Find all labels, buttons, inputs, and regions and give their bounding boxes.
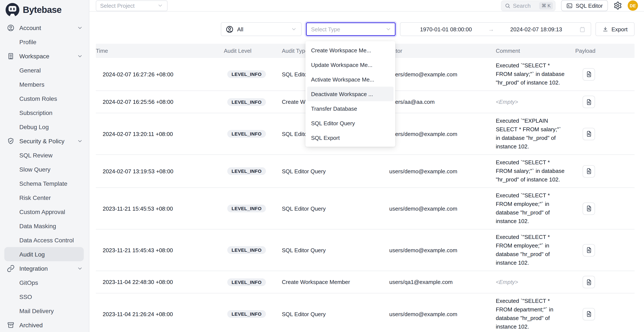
payload-button[interactable]: [582, 244, 595, 256]
arrow-right-icon: →: [486, 26, 496, 33]
sidebar-item[interactable]: Risk Center: [4, 190, 84, 205]
payload-button[interactable]: [582, 276, 595, 288]
type-dropdown-item[interactable]: Activate Workspace Me...: [307, 72, 394, 87]
chevron-down-icon: [77, 25, 83, 31]
payload-button[interactable]: [582, 165, 595, 177]
date-range-picker[interactable]: 1970-01-01 08:00:00 → 2024-02-07 18:09:1…: [400, 22, 591, 36]
cell-time: 2024-02-07 13:20:11 +08:00: [96, 131, 224, 137]
sidebar-item[interactable]: GitOps: [4, 275, 84, 290]
file-search-icon: [585, 71, 592, 78]
payload-button[interactable]: [582, 202, 595, 215]
file-search-icon: [585, 247, 592, 254]
payload-button[interactable]: [582, 96, 595, 108]
sidebar-item[interactable]: Schema Template: [4, 176, 84, 190]
project-select[interactable]: Select Project: [96, 0, 168, 11]
column-header: Time: [96, 48, 224, 54]
actor-filter-value: All: [237, 26, 244, 32]
cell-comment: Executed `"SELECT * FROM salary;"` in da…: [496, 58, 566, 91]
sidebar-item[interactable]: Subscription: [4, 106, 84, 120]
sidebar-item[interactable]: SSO: [4, 290, 84, 304]
sidebar-item-label: Integration: [19, 265, 48, 272]
search-input[interactable]: Search ⌘ K: [501, 0, 556, 11]
cell-time: 2023-11-21 15:45:53 +08:00: [96, 205, 224, 212]
sidebar-item[interactable]: Security & Policy: [4, 134, 84, 148]
gear-icon[interactable]: [614, 1, 622, 10]
table-row: 2023-11-04 21:26:24 +08:00 LEVEL_INFO SQ…: [96, 293, 634, 332]
chevron-down-icon: [77, 53, 83, 59]
payload-button[interactable]: [582, 68, 595, 80]
column-header: Comment: [496, 48, 575, 54]
sidebar-item-label: SQL Review: [19, 152, 53, 159]
sidebar-item[interactable]: Slow Query: [4, 162, 84, 176]
sidebar-item[interactable]: Workspace: [4, 49, 84, 63]
cell-actor: users/aa@aa.com: [389, 99, 496, 105]
sidebar-item-label: Profile: [19, 38, 36, 45]
audit-level-badge: LEVEL_INFO: [227, 98, 266, 106]
audit-level-badge: LEVEL_INFO: [227, 167, 266, 175]
sidebar-item[interactable]: SQL Review: [4, 148, 84, 162]
type-filter-select[interactable]: Select Type: [306, 22, 396, 36]
building-icon: [7, 52, 14, 60]
cell-audit-type: Create Workspace Member: [282, 279, 389, 285]
sidebar-item[interactable]: Integration: [4, 261, 84, 275]
sidebar-item[interactable]: Mail Delivery: [4, 304, 84, 318]
sidebar-item-label: Workspace: [19, 52, 50, 59]
type-dropdown-item[interactable]: Transfer Database: [307, 101, 394, 116]
date-range-end: 2024-02-07 18:09:13: [496, 26, 576, 32]
export-button[interactable]: Export: [596, 22, 634, 36]
audit-level-badge: LEVEL_INFO: [227, 310, 266, 318]
sidebar-item-label: Schema Template: [19, 180, 68, 187]
search-icon: [505, 3, 510, 8]
export-button-label: Export: [611, 26, 628, 32]
cell-comment: Executed `"SELECT * FROM salary;"` in da…: [496, 155, 566, 187]
chevron-down-icon: [77, 265, 83, 271]
sidebar-item[interactable]: Debug Log: [4, 120, 84, 134]
sidebar-item-label: SSO: [19, 293, 32, 300]
chevron-down-icon: [77, 138, 83, 144]
payload-button[interactable]: [582, 128, 595, 140]
sidebar-item[interactable]: Data Masking: [4, 219, 84, 233]
type-dropdown-item[interactable]: Create Workspace Me...: [307, 43, 394, 57]
sidebar-item-label: Custom Roles: [19, 95, 57, 102]
cell-audit-type: SQL Editor Query: [282, 311, 389, 317]
sidebar-item[interactable]: Account: [4, 20, 84, 35]
sidebar-item-label: Security & Policy: [19, 138, 64, 144]
bytebase-logo[interactable]: Bytebase: [0, 0, 89, 20]
type-dropdown-item[interactable]: Update Workspace Me...: [307, 57, 394, 72]
sidebar-item[interactable]: Archived: [4, 318, 84, 332]
sidebar-item[interactable]: Profile: [4, 35, 84, 49]
cell-time: 2024-02-07 16:25:56 +08:00: [96, 99, 224, 105]
avatar[interactable]: DE: [628, 0, 638, 11]
payload-button[interactable]: [582, 308, 595, 320]
sidebar-item[interactable]: Custom Approval: [4, 205, 84, 219]
column-header: Payload: [575, 48, 634, 54]
file-search-icon: [585, 130, 592, 137]
sidebar-item[interactable]: Audit Log: [4, 247, 84, 261]
sql-editor-button-label: SQL Editor: [576, 2, 603, 9]
sidebar-item-label: GitOps: [19, 279, 38, 286]
avatar-initials: DE: [630, 3, 636, 8]
type-dropdown-item[interactable]: SQL Editor Query: [307, 116, 394, 130]
search-placeholder: Search: [513, 2, 537, 9]
sidebar-item-label: Archived: [19, 322, 43, 328]
cell-time: 2024-02-07 16:27:26 +08:00: [96, 71, 224, 77]
sidebar-item[interactable]: Members: [4, 77, 84, 91]
sidebar-nav: Account Profile: [0, 20, 89, 332]
sidebar-item[interactable]: Data Access Control: [4, 233, 84, 247]
table-row: 2023-11-04 22:48:30 +08:00 LEVEL_INFO Cr…: [96, 271, 634, 293]
sidebar-item-label: Debug Log: [19, 123, 49, 130]
sidebar-item[interactable]: General: [4, 63, 84, 77]
brand-name: Bytebase: [23, 5, 62, 15]
sql-editor-button[interactable]: SQL Editor: [561, 0, 608, 11]
shield-check-icon: [7, 137, 14, 145]
type-dropdown-item[interactable]: SQL Export: [307, 130, 394, 145]
sidebar-item[interactable]: Custom Roles: [4, 91, 84, 106]
column-header: Actor: [389, 48, 496, 54]
bytebase-logo-icon: [6, 3, 19, 17]
actor-filter-select[interactable]: All: [221, 22, 302, 36]
sidebar-item-label: Slow Query: [19, 166, 50, 173]
audit-level-badge: LEVEL_INFO: [227, 205, 266, 212]
sidebar-item-label: Account: [19, 24, 41, 31]
type-dropdown-item[interactable]: Deactivate Workspace ...: [307, 87, 394, 101]
column-header: Audit Level: [224, 48, 282, 54]
